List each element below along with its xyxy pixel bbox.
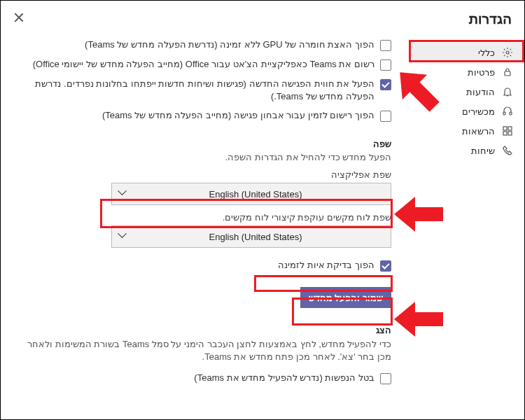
- svg-rect-5: [508, 127, 512, 130]
- svg-rect-6: [503, 132, 507, 135]
- svg-rect-1: [505, 71, 510, 76]
- checkbox[interactable]: [380, 111, 391, 122]
- option-spellcheck[interactable]: הפוך בדיקת איות לזמינה: [12, 256, 391, 276]
- save-restart-button[interactable]: שמור והפעל מחדש: [300, 287, 391, 308]
- bell-icon: [502, 86, 513, 97]
- dropdown-kb-language[interactable]: English (United States): [111, 225, 391, 248]
- sidebar-item-permissions[interactable]: הרשאות: [411, 121, 523, 141]
- svg-point-0: [506, 51, 509, 54]
- sidebar-item-calls[interactable]: שיחות: [411, 141, 523, 160]
- button-label: שמור והפעל מחדש: [309, 293, 383, 303]
- sidebar-item-devices[interactable]: מכשירים: [411, 102, 523, 121]
- option-label: הפעל את חווית הפגישה החדשה (פגישות ושיחו…: [12, 78, 374, 102]
- checkbox[interactable]: [380, 79, 391, 90]
- section-heading-language: שפה: [12, 139, 391, 149]
- section-heading-display: הצג: [12, 325, 391, 335]
- svg-marker-10: [394, 302, 443, 337]
- lock-icon: [502, 66, 513, 78]
- option-label: בטל הנפשות (נדרש להפעיל מחדש את Teams): [12, 372, 374, 384]
- gear-icon: [502, 47, 513, 58]
- label-app-language: שפת אפליקציה: [12, 169, 391, 180]
- phone-icon: [502, 145, 513, 156]
- svg-rect-7: [508, 132, 512, 135]
- settings-content: הפוך האצת חומרה של GPU ללא זמינה (נדרשת …: [12, 36, 391, 388]
- option-gpu[interactable]: הפוך האצת חומרה של GPU ללא זמינה (נדרשת …: [12, 36, 391, 55]
- apps-icon: [502, 125, 513, 136]
- section-sub-language: הפעל מחדש כדי להחיל את הגדרות השפה.: [12, 152, 391, 162]
- checkbox[interactable]: [380, 260, 391, 272]
- option-label: הפוך רישום לזמין עבור אבחון פגישה (מחייב…: [12, 109, 374, 122]
- annotation-arrow: [394, 295, 443, 344]
- option-disable-animations[interactable]: בטל הנפשות (נדרש להפעיל מחדש את Teams): [12, 369, 391, 388]
- page-title: הגדרות: [469, 10, 512, 27]
- dropdown-value: English (United States): [127, 189, 384, 200]
- chevron-down-icon: [119, 232, 127, 241]
- option-label: רשום את Teams כאפליקציית הצ'אט עבור Offi…: [12, 58, 374, 71]
- sidebar-item-notifications[interactable]: הודעות: [411, 82, 523, 102]
- sidebar-item-privacy[interactable]: פרטיות: [411, 62, 523, 82]
- checkbox[interactable]: [380, 59, 391, 71]
- option-diag-log[interactable]: הפוך רישום לזמין עבור אבחון פגישה (מחייב…: [12, 106, 391, 126]
- sidebar-label: פרטיות: [468, 67, 495, 78]
- annotation-arrow: [394, 190, 443, 239]
- sidebar-label: כללי: [478, 48, 495, 58]
- sidebar-label: שיחות: [471, 146, 495, 156]
- label-kb-language: שפת לוח מקשים עוקפת קיצורי לוח מקשים.: [12, 212, 391, 223]
- checkbox[interactable]: [380, 373, 391, 384]
- option-label: הפוך בדיקת איות לזמינה: [12, 259, 374, 272]
- sidebar-label: הרשאות: [462, 126, 495, 136]
- sidebar-item-general[interactable]: כללי: [411, 43, 523, 62]
- sidebar: כללי פרטיות הודעות מכשירים הרשאות: [411, 43, 523, 160]
- close-icon[interactable]: [13, 12, 24, 23]
- option-label: הפוך האצת חומרה של GPU ללא זמינה (נדרשת …: [12, 38, 374, 51]
- option-new-meeting[interactable]: הפעל את חווית הפגישה החדשה (פגישות ושיחו…: [12, 75, 391, 106]
- settings-window: הגדרות כללי פרטיות הודעות מכשירים: [0, 0, 525, 420]
- headset-icon: [502, 106, 513, 117]
- checkbox[interactable]: [380, 40, 391, 51]
- section-sub-display: כדי להפעיל מחדש, לחץ באמצעות לחצן העכבר …: [12, 338, 391, 363]
- dropdown-value: English (United States): [127, 232, 384, 242]
- svg-rect-4: [503, 127, 507, 130]
- dropdown-app-language[interactable]: English (United States): [111, 183, 391, 205]
- svg-marker-9: [394, 197, 443, 232]
- sidebar-label: הודעות: [466, 87, 495, 97]
- chevron-down-icon: [119, 190, 127, 198]
- option-office-chat[interactable]: רשום את Teams כאפליקציית הצ'אט עבור Offi…: [12, 55, 391, 75]
- sidebar-label: מכשירים: [462, 106, 495, 117]
